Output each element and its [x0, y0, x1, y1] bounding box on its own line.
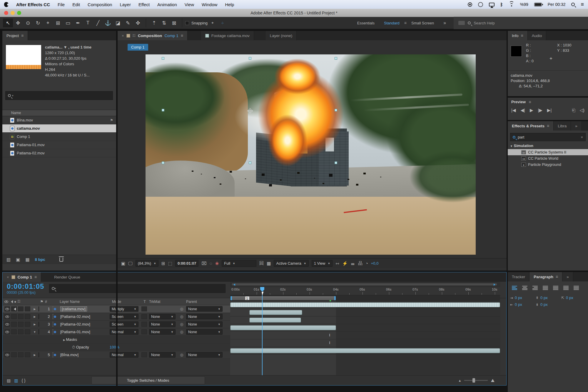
- expand-layer-switches-icon[interactable]: ▤: [7, 378, 11, 383]
- panel-menu-icon[interactable]: ≡: [21, 33, 24, 38]
- twirl-arrow[interactable]: ▶: [31, 315, 39, 318]
- layer-duration-bar[interactable]: [230, 348, 500, 353]
- timeline-search-input[interactable]: ▾: [49, 284, 225, 293]
- preserve-transparency-switch[interactable]: [141, 306, 147, 311]
- audio-switch[interactable]: [11, 314, 17, 319]
- resolution-dropdown[interactable]: Full▼: [222, 260, 256, 267]
- composition-viewport[interactable]: [146, 54, 476, 255]
- roto-brush-tool[interactable]: ✎: [123, 19, 133, 27]
- camera-dropdown[interactable]: Active Camera▼: [274, 260, 308, 267]
- workspace-overflow-chevrons[interactable]: »: [443, 20, 446, 26]
- lock-switch[interactable]: [25, 329, 30, 334]
- footage-name-line[interactable]: catlama... ▼ , used 1 time: [45, 44, 91, 50]
- layer-name-cell[interactable]: [Patlama-01.mov]: [60, 330, 110, 334]
- channels-icon[interactable]: ❀: [215, 261, 219, 266]
- creative-cloud-icon[interactable]: [478, 2, 483, 7]
- workspace-essentials[interactable]: Essentials: [357, 21, 375, 25]
- label-color-chip[interactable]: [39, 307, 45, 311]
- transparency-grid-icon[interactable]: ▩: [267, 261, 271, 266]
- align-right-button[interactable]: [531, 285, 539, 291]
- render-queue-tab[interactable]: Render Queue: [50, 272, 84, 282]
- grid-guides-icon[interactable]: ⊞: [161, 261, 165, 266]
- video-switch[interactable]: [4, 329, 10, 334]
- preserve-transparency-switch[interactable]: [141, 322, 147, 327]
- tracker-tab[interactable]: Tracker: [508, 272, 529, 281]
- apple-menu-icon[interactable]: [4, 2, 9, 7]
- opacity-value[interactable]: 100%: [110, 345, 140, 349]
- project-item-patlama-02-mov[interactable]: Patlama-02.mov: [2, 149, 116, 157]
- audio-switch[interactable]: [11, 352, 17, 357]
- justify-last-right-button[interactable]: [562, 285, 570, 291]
- keyframe-ibeam[interactable]: Ι: [328, 333, 331, 337]
- zoom-knob[interactable]: [472, 378, 475, 383]
- puppet-pin-tool[interactable]: ✜: [133, 19, 143, 27]
- search-help-field[interactable]: Search Help: [454, 17, 588, 29]
- view-layout-dropdown[interactable]: 1 View▼: [312, 260, 333, 267]
- trkmat-dropdown[interactable]: None▼: [149, 352, 176, 358]
- zoom-tool[interactable]: ⊙: [23, 19, 33, 27]
- twirl-arrow[interactable]: ▶: [31, 353, 39, 356]
- rotate-tool[interactable]: ↻: [33, 19, 43, 27]
- label-color-chip[interactable]: [39, 314, 45, 319]
- mode-dropdown[interactable]: Multiply▼: [110, 306, 138, 312]
- mask-visibility-icon[interactable]: ⬚: [168, 261, 172, 266]
- selection-handle[interactable]: [249, 161, 251, 164]
- trkmat-dropdown[interactable]: None▼: [149, 321, 176, 327]
- go-to-start-button[interactable]: |◀: [511, 108, 516, 113]
- snap-grid-icon[interactable]: ⁘: [218, 19, 228, 27]
- mode-dropdown[interactable]: Screen▼: [110, 321, 138, 327]
- effects-search-input[interactable]: part ×: [510, 133, 586, 141]
- indent-first-line-value[interactable]: 0 px: [566, 296, 573, 300]
- trkmat-dropdown[interactable]: None▼: [149, 329, 176, 335]
- solo-switch[interactable]: [18, 314, 24, 319]
- go-to-end-button[interactable]: ▶|: [547, 108, 552, 113]
- panel-overflow-chevrons[interactable]: »: [562, 272, 573, 281]
- project-item-bi-na-mov[interactable]: Bİna.mov⚑: [2, 116, 116, 124]
- layer-duration-bar[interactable]: [230, 302, 500, 307]
- layer-duration-bar[interactable]: [230, 325, 336, 330]
- workspace-small-screen[interactable]: Small Screen: [411, 21, 434, 25]
- menu-item-composition[interactable]: Composition: [88, 2, 112, 7]
- preserve-transparency-switch[interactable]: [141, 352, 147, 357]
- bluetooth-icon[interactable]: ᛒ: [500, 2, 503, 7]
- notification-center-icon[interactable]: ≡: [581, 1, 584, 8]
- fast-previews-icon[interactable]: ⚡: [342, 261, 348, 266]
- time-ruler[interactable]: 0:00s01s02s03s04s05s06s07s08s09s10s: [230, 287, 500, 295]
- menu-item-animation[interactable]: Animation: [157, 2, 177, 7]
- zoom-window-button[interactable]: [17, 11, 21, 15]
- timeline-zoom-slider[interactable]: ▲ ⛰: [458, 378, 507, 383]
- layer-name-cell[interactable]: [Patlama-02.mov]: [60, 314, 110, 319]
- layer-tab[interactable]: Layer (none): [266, 31, 297, 40]
- paragraph-tab[interactable]: Paragraph≡: [529, 272, 562, 281]
- shape-tool[interactable]: ▭: [63, 19, 73, 27]
- camera-tool[interactable]: ⌖: [43, 19, 53, 27]
- indent-first-line-field[interactable]: ⇱0 px: [561, 296, 586, 300]
- selection-handle[interactable]: [162, 161, 164, 164]
- menu-item-window[interactable]: Window: [202, 2, 217, 7]
- parent-dropdown[interactable]: None▼: [186, 321, 223, 327]
- info-tab[interactable]: Info≡: [508, 31, 528, 40]
- audio-switch[interactable]: [11, 306, 17, 311]
- pixel-aspect-icon[interactable]: ⇿: [335, 261, 339, 266]
- trkmat-dropdown[interactable]: None▼: [149, 314, 176, 319]
- panel-overflow-chevrons[interactable]: »: [571, 121, 582, 131]
- lock-switch[interactable]: [25, 322, 30, 327]
- indent-right-field[interactable]: ⇤0 px: [510, 302, 534, 307]
- solo-switch[interactable]: [18, 322, 24, 327]
- project-item-catlama-mov[interactable]: catlama.mov: [2, 124, 116, 133]
- twirl-arrow[interactable]: ▶: [63, 338, 66, 341]
- anchor-point[interactable]: [248, 109, 252, 113]
- lock-icon[interactable]: ⚿: [133, 33, 136, 38]
- hand-tool[interactable]: ✥: [13, 19, 23, 27]
- view-axis-mode[interactable]: ⊠: [169, 19, 179, 27]
- flowchart-icon[interactable]: 品: [358, 261, 363, 266]
- lock-switch[interactable]: [25, 314, 30, 319]
- mode-dropdown[interactable]: Screen▼: [110, 314, 138, 319]
- justify-last-center-button[interactable]: [552, 285, 559, 291]
- selection-handle[interactable]: [335, 109, 337, 111]
- interpret-footage-icon[interactable]: ▥: [6, 257, 11, 262]
- parent-pickwhip-icon[interactable]: ◎: [177, 330, 186, 334]
- selection-handle[interactable]: [335, 57, 337, 60]
- close-window-button[interactable]: [4, 11, 8, 15]
- comp-mini-tab[interactable]: Comp 1: [128, 44, 148, 51]
